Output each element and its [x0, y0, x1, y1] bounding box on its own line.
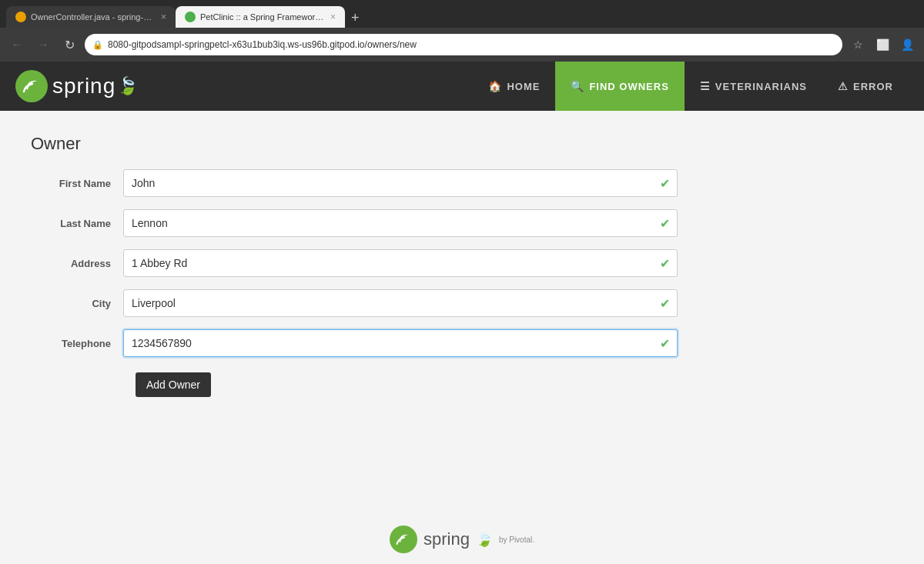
city-label: City	[31, 298, 123, 309]
tab-1-close[interactable]: ×	[161, 12, 166, 22]
first-name-input[interactable]	[123, 169, 678, 197]
address-bar[interactable]: 🔒 8080-gitpodsampl-springpetcl-x63u1bub3…	[85, 34, 842, 55]
forward-button[interactable]: →	[32, 34, 54, 55]
nav-home-label: HOME	[507, 81, 540, 92]
logo-leaf-icon: 🍃	[117, 76, 138, 96]
browser-action-buttons: ☆ ⬜ 👤	[847, 34, 918, 55]
tab-bar: OwnerController.java - spring-pe... × Pe…	[0, 0, 924, 28]
footer-logo: spring 🍃 by Pivotal.	[0, 526, 924, 553]
last-name-input[interactable]	[123, 209, 678, 237]
add-owner-button[interactable]: Add Owner	[136, 372, 211, 397]
city-input[interactable]	[123, 289, 678, 317]
telephone-input[interactable]	[123, 329, 678, 357]
new-tab-button[interactable]: +	[345, 8, 366, 28]
form-section-title: Owner	[31, 134, 893, 154]
spring-logo-icon	[15, 70, 48, 102]
last-name-valid-icon: ✔	[660, 216, 670, 231]
telephone-label: Telephone	[31, 338, 123, 349]
telephone-valid-icon: ✔	[660, 336, 670, 351]
city-input-wrapper: ✔	[123, 289, 678, 317]
app-footer: spring 🍃 by Pivotal.	[0, 502, 924, 564]
nav-error-label: ERROR	[853, 81, 893, 92]
nav-veterinarians-label: VETERINARIANS	[715, 81, 807, 92]
home-icon: 🏠	[488, 80, 502, 92]
address-input-wrapper: ✔	[123, 249, 678, 277]
last-name-input-wrapper: ✔	[123, 209, 678, 237]
tab-2[interactable]: PetClinic :: a Spring Framework c... ×	[176, 6, 345, 28]
svg-point-1	[390, 526, 417, 553]
tab-1-favicon	[15, 12, 26, 22]
footer-spring-icon	[390, 526, 417, 553]
tab-1[interactable]: OwnerController.java - spring-pe... ×	[6, 6, 176, 28]
address-label: Address	[31, 258, 123, 269]
browser-chrome: OwnerController.java - spring-pe... × Pe…	[0, 0, 924, 62]
last-name-group: Last Name ✔	[31, 209, 893, 237]
city-group: City ✔	[31, 289, 893, 317]
owner-form: First Name ✔ Last Name ✔ Address ✔ City	[31, 169, 893, 397]
address-valid-icon: ✔	[660, 256, 670, 271]
app-logo: spring 🍃	[15, 70, 473, 102]
back-button[interactable]: ←	[6, 34, 28, 55]
first-name-valid-icon: ✔	[660, 176, 670, 191]
first-name-group: First Name ✔	[31, 169, 893, 197]
warning-icon: ⚠	[838, 80, 849, 92]
search-icon: 🔍	[571, 80, 584, 92]
url-text: 8080-gitpodsampl-springpetcl-x63u1bub3iq…	[108, 39, 835, 50]
main-content: Owner First Name ✔ Last Name ✔ Address ✔	[0, 111, 924, 502]
logo-text: spring	[52, 74, 116, 98]
telephone-input-wrapper: ✔	[123, 329, 678, 357]
bookmark-button[interactable]: ☆	[847, 34, 869, 55]
address-group: Address ✔	[31, 249, 893, 277]
lock-icon: 🔒	[92, 40, 103, 50]
last-name-label: Last Name	[31, 218, 123, 229]
list-icon: ☰	[700, 80, 711, 92]
footer-leaf-icon: 🍃	[476, 531, 493, 548]
nav-find-owners[interactable]: 🔍 FIND OWNERS	[555, 62, 684, 111]
nav-error[interactable]: ⚠ ERROR	[822, 62, 909, 111]
profile-button[interactable]: 👤	[896, 34, 918, 55]
tab-1-title: OwnerController.java - spring-pe...	[31, 12, 156, 22]
reload-button[interactable]: ↻	[59, 34, 80, 55]
first-name-label: First Name	[31, 178, 123, 189]
form-submit-row: Add Owner	[31, 369, 893, 397]
nav-home[interactable]: 🏠 HOME	[473, 62, 555, 111]
extension-button[interactable]: ⬜	[872, 34, 893, 55]
footer-logo-sub: by Pivotal.	[499, 536, 534, 544]
nav-veterinarians[interactable]: ☰ VETERINARIANS	[685, 62, 822, 111]
nav-menu: 🏠 HOME 🔍 FIND OWNERS ☰ VETERINARIANS ⚠ E…	[473, 62, 909, 111]
browser-controls: ← → ↻ 🔒 8080-gitpodsampl-springpetcl-x63…	[0, 28, 924, 62]
footer-logo-text: spring	[424, 529, 470, 549]
city-valid-icon: ✔	[660, 296, 670, 311]
nav-find-owners-label: FIND OWNERS	[589, 81, 668, 92]
svg-point-0	[15, 70, 48, 102]
first-name-input-wrapper: ✔	[123, 169, 678, 197]
tab-2-favicon	[185, 12, 196, 22]
address-input[interactable]	[123, 249, 678, 277]
telephone-group: Telephone ✔	[31, 329, 893, 357]
tab-2-title: PetClinic :: a Spring Framework c...	[200, 12, 326, 22]
tab-2-close[interactable]: ×	[330, 12, 336, 22]
app-navbar: spring 🍃 🏠 HOME 🔍 FIND OWNERS ☰ VETERINA…	[0, 62, 924, 111]
